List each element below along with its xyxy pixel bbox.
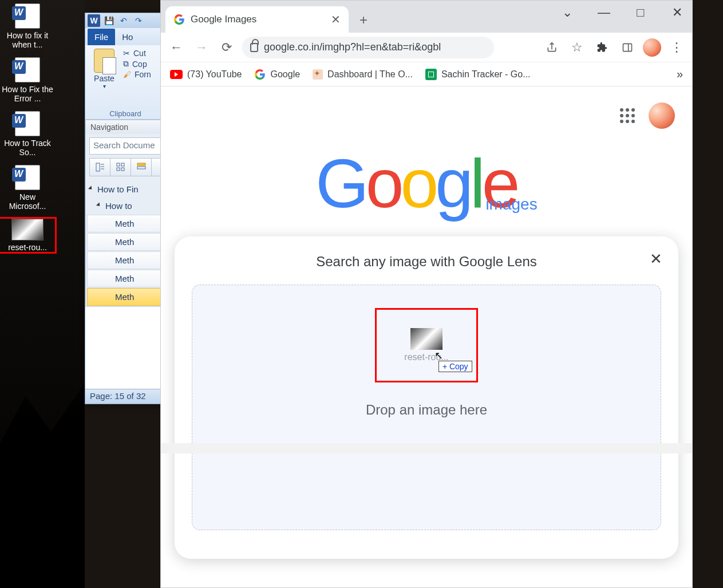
tree-item[interactable]: Meth: [87, 270, 164, 287]
side-panel-icon[interactable]: [618, 38, 637, 57]
google-lens-panel: Search any image with Google Lens ✕ rese…: [175, 236, 678, 559]
bookmark-google[interactable]: Google: [254, 69, 300, 80]
images-sublabel: images: [485, 195, 537, 214]
minimize-button[interactable]: —: [594, 5, 614, 20]
profile-avatar[interactable]: [643, 38, 661, 57]
pages-view-icon[interactable]: [110, 159, 131, 176]
icon-label: How to Fix the Error ...: [0, 85, 55, 103]
browser-toolbar: ← → ⟳ google.co.in/imghp?hl=en&tab=ri&og…: [161, 33, 692, 62]
close-lens-button[interactable]: ✕: [650, 250, 662, 268]
svg-rect-0: [96, 163, 100, 171]
ribbon-group-label: Clipboard: [109, 109, 141, 118]
maximize-button[interactable]: □: [630, 5, 651, 20]
youtube-icon: [170, 70, 183, 79]
icon-label: How to Track So...: [0, 139, 55, 157]
svg-rect-7: [121, 168, 124, 171]
word-app-icon[interactable]: W: [88, 14, 100, 27]
svg-rect-4: [117, 163, 120, 166]
navigation-pane: Navigation Search Docume How to Fin How …: [85, 120, 165, 307]
back-button[interactable]: ←: [167, 38, 186, 57]
url-text: google.co.in/imghp?hl=en&tab=ri&ogbl: [264, 41, 441, 53]
desktop-icon-trackso[interactable]: How to Track So...: [0, 111, 55, 157]
tree-item[interactable]: Meth: [87, 215, 164, 232]
nav-pane-title: Navigation: [86, 120, 165, 134]
header-right: [620, 102, 675, 129]
svg-rect-5: [121, 163, 124, 166]
tree-item-selected[interactable]: Meth: [87, 288, 164, 306]
format-painter-button[interactable]: 🖌Forn: [123, 70, 162, 79]
icon-label: How to fix it when t...: [0, 31, 55, 49]
word-status-bar: Page: 15 of 32: [85, 389, 165, 404]
word-window: W 💾 ↶ ↷ File Ho Paste ▾ ✂Cut ⧉Cop 🖌Forn …: [85, 13, 166, 404]
word-doc-icon: [15, 165, 40, 190]
bookmark-youtube[interactable]: (73) YouTube: [170, 69, 242, 80]
word-doc-icon: [15, 111, 40, 136]
word-titlebar[interactable]: W 💾 ↶ ↷: [85, 13, 165, 28]
lock-icon: [250, 43, 258, 52]
tree-item[interactable]: Meth: [87, 233, 164, 251]
extensions-icon[interactable]: [592, 38, 612, 57]
save-icon[interactable]: 💾: [102, 14, 115, 27]
google-apps-icon[interactable]: [620, 108, 635, 123]
paste-button[interactable]: Paste ▾: [89, 49, 120, 89]
tree-item[interactable]: Meth: [87, 251, 164, 269]
headings-view-icon[interactable]: [90, 159, 110, 176]
sheets-icon: [425, 69, 437, 80]
tab-file[interactable]: File: [88, 29, 115, 45]
bookmark-overflow[interactable]: »: [677, 68, 683, 81]
page-footer-bar: [161, 443, 692, 453]
windows-desktop: How to fix it when t... How to Fix the E…: [0, 0, 85, 588]
account-avatar[interactable]: [649, 102, 675, 129]
close-tab-icon[interactable]: ✕: [331, 13, 341, 26]
tree-item[interactable]: How to: [87, 198, 164, 214]
google-images-logo: G o o g l e images: [315, 144, 537, 223]
cursor-icon: ↖: [434, 349, 443, 362]
chevron-down-icon: ▾: [89, 83, 120, 89]
word-doc-icon: [15, 57, 40, 82]
browser-tab-active[interactable]: Google Images ✕: [165, 6, 349, 33]
copy-icon: ⧉: [123, 59, 129, 69]
window-controls: ⌄ — □ ✕: [557, 5, 688, 20]
bookmark-dashboard[interactable]: Dashboard | The O...: [313, 69, 413, 80]
tab-home[interactable]: Ho: [115, 29, 140, 45]
undo-icon[interactable]: ↶: [117, 14, 130, 27]
desktop-icon-newmicrosoft[interactable]: New Microsof...: [0, 165, 55, 211]
clipboard-icon: [94, 49, 114, 73]
reload-button[interactable]: ⟳: [217, 38, 236, 57]
new-tab-button[interactable]: +: [353, 10, 374, 30]
desktop-icon-howtofix1[interactable]: How to fix it when t...: [0, 3, 55, 49]
svg-rect-9: [137, 167, 145, 169]
scissors-icon: ✂: [123, 49, 130, 58]
desktop-icon-howtofix2[interactable]: How to Fix the Error ...: [0, 57, 55, 103]
share-icon[interactable]: [542, 38, 562, 57]
desktop-icon-reset-router[interactable]: reset-rou...: [0, 219, 55, 252]
expand-icon: [96, 202, 101, 207]
svg-rect-6: [117, 168, 120, 171]
word-doc-icon: [15, 3, 40, 29]
menu-kebab-icon[interactable]: ⋮: [667, 38, 686, 57]
icon-label: New Microsof...: [0, 192, 55, 211]
tab-title: Google Images: [191, 14, 256, 25]
copy-tooltip: + Copy: [438, 361, 472, 372]
paste-label: Paste: [89, 74, 120, 83]
forward-button[interactable]: →: [192, 38, 211, 57]
tree-item[interactable]: How to Fin: [87, 181, 164, 198]
bookmark-star-icon[interactable]: ☆: [567, 38, 587, 57]
word-ribbon: Paste ▾ ✂Cut ⧉Cop 🖌Forn Clipboard: [85, 45, 165, 120]
tab-strip: Google Images ✕ + ⌄ — □ ✕: [161, 1, 692, 33]
copy-button[interactable]: ⧉Cop: [123, 59, 162, 69]
dragged-file-highlight: reset-rou... ↖ + Copy: [375, 308, 478, 382]
cut-button[interactable]: ✂Cut: [123, 49, 162, 58]
redo-icon[interactable]: ↷: [132, 14, 145, 27]
bookmark-sachin-tracker[interactable]: Sachin Tracker - Go...: [425, 69, 531, 80]
close-window-button[interactable]: ✕: [667, 5, 688, 20]
dropzone-hint: Drop an image here: [366, 402, 487, 418]
tab-search-icon[interactable]: ⌄: [557, 5, 578, 20]
nav-search-input[interactable]: Search Docume: [89, 137, 161, 155]
results-view-icon[interactable]: [131, 159, 152, 176]
word-ribbon-tabs: File Ho: [85, 28, 165, 45]
image-dropzone[interactable]: reset-rou... ↖ + Copy Drop an image here: [192, 285, 661, 530]
dragged-image-thumbnail: [410, 328, 443, 350]
address-bar[interactable]: google.co.in/imghp?hl=en&tab=ri&ogbl: [242, 37, 494, 58]
dashboard-icon: [313, 69, 323, 80]
